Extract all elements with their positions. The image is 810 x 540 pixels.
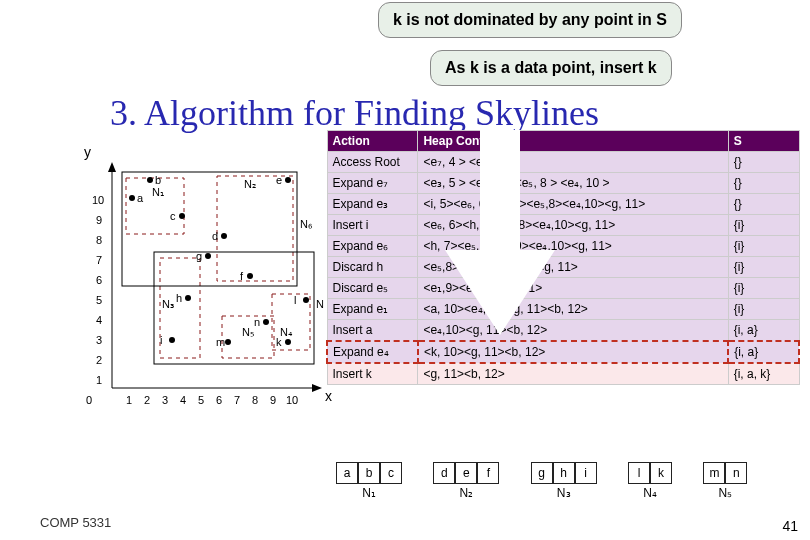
svg-point-34 [225, 339, 231, 345]
svg-text:c: c [170, 210, 176, 222]
svg-point-18 [221, 233, 227, 239]
svg-text:d: d [212, 230, 218, 242]
arrow-overlay [445, 130, 555, 390]
table-row: Expand e₃<i, 5><e₆, 6><h, 7><e₅,8><e₄,10… [327, 194, 799, 215]
svg-point-32 [303, 297, 309, 303]
footer-text: COMP 5331 [40, 515, 111, 530]
svg-text:a: a [137, 192, 144, 204]
table-row: Access Root<e₇, 4 > <e₆, 6 >{} [327, 152, 799, 173]
leaf-n2: d e f N₂ [433, 462, 499, 500]
svg-point-14 [147, 177, 153, 183]
leaf-n3: g h i N₃ [531, 462, 597, 500]
svg-text:N₃: N₃ [162, 298, 174, 310]
svg-marker-3 [108, 162, 116, 172]
svg-text:m: m [216, 336, 225, 348]
callout-insert: As k is a data point, insert k [430, 50, 672, 86]
leaf-n1: a b c N₁ [336, 462, 402, 500]
svg-point-16 [179, 213, 185, 219]
svg-text:N₇: N₇ [316, 298, 324, 310]
y-axis-label: y [84, 144, 91, 160]
svg-text:N₆: N₆ [300, 218, 313, 230]
svg-point-12 [129, 195, 135, 201]
svg-text:e: e [276, 174, 282, 186]
svg-point-24 [205, 253, 211, 259]
col-action: Action [327, 131, 418, 152]
leaf-n4: l k N₄ [628, 462, 672, 500]
x-axis-label: x [323, 388, 334, 404]
svg-text:N₄: N₄ [280, 326, 293, 338]
table-row: Expand e₁<a, 10><e₄,10><g, 11><b, 12>{i} [327, 299, 799, 320]
trace-table: Action Heap Contents S Access Root<e₇, 4… [326, 130, 800, 385]
svg-text:N₅: N₅ [242, 326, 254, 338]
svg-text:n: n [254, 316, 260, 328]
svg-text:N₂: N₂ [244, 178, 256, 190]
svg-point-22 [247, 273, 253, 279]
svg-point-26 [185, 295, 191, 301]
svg-point-28 [169, 337, 175, 343]
table-row: Expand e₄<k, 10><g, 11><b, 12>{i, a} [327, 341, 799, 363]
svg-text:b: b [155, 174, 161, 186]
slide-title: 3. Algorithm for Finding Skylines [110, 92, 599, 134]
svg-point-36 [263, 319, 269, 325]
svg-marker-4 [312, 384, 322, 392]
table-row: Discard e₅<e₁,9><e₄,10><g, 11>{i} [327, 278, 799, 299]
svg-point-20 [285, 177, 291, 183]
callout-dominated: k is not dominated by any point in S [378, 2, 682, 38]
table-row: Expand e₆<h, 7><e₅,8><e₁,9><e₄,10><g, 11… [327, 236, 799, 257]
table-row: Expand e₇<e₃, 5 > <e₆, 6 > <e₅, 8 > <e₄,… [327, 173, 799, 194]
scatter-chart: y x a b c d e f g h i k [92, 158, 324, 418]
table-row: Insert i<e₆, 6><h, 7><e₅,8><e₄,10><g, 11… [327, 215, 799, 236]
leaf-n5: m n N₅ [703, 462, 747, 500]
svg-text:h: h [176, 292, 182, 304]
leaf-nodes: a b c N₁ d e f N₂ g h i N₃ l k N₄ m n N [336, 462, 775, 500]
svg-rect-6 [217, 176, 293, 281]
svg-marker-0 [445, 130, 555, 335]
svg-text:l: l [294, 294, 296, 306]
svg-text:N₁: N₁ [152, 186, 164, 198]
table-row: Insert a<e₄,10><g, 11><b, 12>{i, a} [327, 320, 799, 342]
svg-text:i: i [160, 334, 162, 346]
svg-rect-10 [122, 172, 297, 286]
svg-text:f: f [240, 270, 244, 282]
col-s: S [728, 131, 799, 152]
svg-rect-11 [154, 252, 314, 364]
table-row: Insert k<g, 11><b, 12>{i, a, k} [327, 363, 799, 385]
table-row: Discard h<e₅,8><e₁,9><e₄,10><g, 11>{i} [327, 257, 799, 278]
slide-number: 41 [782, 518, 798, 534]
svg-point-30 [285, 339, 291, 345]
svg-text:g: g [196, 250, 202, 262]
